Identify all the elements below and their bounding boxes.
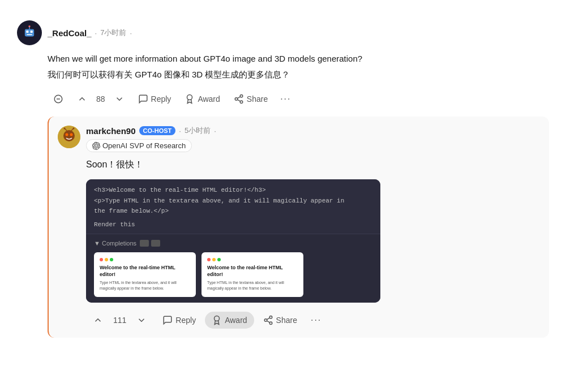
preview-card-1: Welcome to the real-time HTML editor! Ty…	[94, 252, 196, 297]
completions-bar: ▼ Completions	[94, 240, 372, 247]
reply-username: markchen90	[86, 126, 136, 136]
post-username: _RedCoal_	[48, 28, 92, 38]
preview-bottom: ▼ Completions	[86, 234, 380, 303]
openai-badge: OpenAI SVP of Research	[86, 139, 192, 152]
render-this-text: Render this	[94, 221, 372, 228]
svg-point-20	[64, 128, 66, 130]
svg-point-25	[264, 319, 267, 322]
main-post: _RedCoal_ · 7小时前 · When we will get more…	[17, 11, 549, 344]
svg-line-27	[267, 321, 269, 322]
card-dots-1	[100, 258, 190, 261]
reply-upvote-button[interactable]	[86, 312, 110, 329]
reply-separator: ·	[179, 127, 181, 135]
svg-rect-4	[27, 34, 32, 35]
completions-label: ▼ Completions	[94, 240, 136, 247]
post-separator: ·	[95, 29, 97, 37]
comp-icon-1	[140, 240, 149, 247]
svg-point-24	[269, 316, 272, 319]
svg-point-10	[240, 95, 243, 98]
post-content: When we will get more information about …	[48, 52, 549, 91]
card1-body: Type HTML in the textarea above, and it …	[100, 280, 190, 291]
screenshot-preview: <h3>Welcome to the real-time HTML editor…	[86, 179, 380, 303]
svg-rect-1	[25, 29, 34, 36]
svg-line-14	[237, 97, 240, 98]
downvote-button[interactable]	[109, 91, 130, 107]
reply-meta: markchen90 CO-HOST · 5小时前 · OpenAI SVP o…	[86, 126, 216, 152]
post-meta: _RedCoal_ · 7小时前 ·	[48, 28, 132, 38]
vote-count: 88	[94, 94, 108, 104]
svg-line-13	[237, 100, 240, 101]
dot-yellow-2	[212, 258, 216, 261]
reply-share-button[interactable]: Share	[256, 312, 304, 329]
svg-line-28	[267, 318, 269, 320]
share-button[interactable]: Share	[228, 91, 273, 107]
svg-point-17	[66, 133, 68, 136]
card2-title: Welcome to the real-time HTML editor!	[207, 265, 298, 278]
reply-header: markchen90 CO-HOST · 5小时前 · OpenAI SVP o…	[58, 126, 540, 152]
card-dots-2	[207, 258, 298, 261]
more-button[interactable]: ···	[276, 91, 295, 107]
svg-point-26	[269, 322, 272, 325]
reply-text: Soon！很快！	[86, 158, 540, 171]
post-text-cn: 我们何时可以获得有关 GPT4o 图像和 3D 模型生成的更多信息？	[48, 68, 549, 81]
svg-point-6	[28, 25, 30, 27]
dot-red-2	[207, 258, 211, 261]
reply-more-button[interactable]: ···	[306, 312, 326, 329]
reply-body: Soon！很快！ <h3>Welcome to the real-time HT…	[86, 158, 540, 329]
collapse-button[interactable]	[48, 91, 69, 107]
svg-point-18	[70, 133, 73, 136]
svg-rect-2	[26, 31, 28, 33]
award-label: Award	[198, 94, 220, 104]
preview-code: <h3>Welcome to the real-time HTML editor…	[94, 185, 372, 217]
nested-reply-label: Reply	[175, 316, 196, 325]
preview-code-area: <h3>Welcome to the real-time HTML editor…	[86, 179, 380, 234]
reply-share-label: Share	[276, 316, 297, 325]
reply-timestamp: 5小时前	[185, 126, 211, 136]
card1-title: Welcome to the real-time HTML editor!	[100, 265, 190, 278]
code-line-1: <h3>Welcome to the real-time HTML editor…	[94, 185, 372, 196]
vote-group: 88	[71, 91, 130, 107]
completions-icons	[140, 240, 160, 247]
reply-award-button[interactable]: Award	[205, 312, 254, 329]
nested-reply-button[interactable]: Reply	[156, 312, 203, 329]
svg-point-12	[240, 101, 243, 104]
dot-green	[110, 258, 113, 261]
svg-point-9	[187, 95, 192, 100]
post-timestamp: 7小时前	[100, 28, 126, 38]
reply-button[interactable]: Reply	[132, 91, 177, 107]
openai-badge-text: OpenAI SVP of Research	[102, 141, 186, 150]
post-text-en: When we will get more information about …	[48, 52, 549, 66]
reply-dot: ·	[214, 127, 216, 135]
svg-point-16	[63, 130, 75, 141]
dot-yellow	[105, 258, 108, 261]
card2-body: Type HTML in the textarea above, and it …	[207, 280, 298, 291]
dot-red	[100, 258, 103, 261]
svg-rect-3	[31, 31, 33, 33]
more-dots: ···	[280, 94, 291, 104]
preview-card-2: Welcome to the real-time HTML editor! Ty…	[201, 252, 303, 297]
reply-meta-row: markchen90 CO-HOST · 5小时前 ·	[86, 126, 216, 136]
openai-icon	[92, 142, 100, 150]
preview-cards: Welcome to the real-time HTML editor! Ty…	[94, 252, 372, 297]
comp-icon-2	[151, 240, 160, 247]
avatar	[17, 20, 42, 45]
reply-vote-count: 111	[111, 316, 128, 325]
svg-point-23	[215, 316, 220, 321]
main-action-bar: 88 Reply Award	[48, 91, 549, 107]
co-host-badge: CO-HOST	[139, 126, 176, 135]
code-line-2: <p>Type HTML in the textarea above, and …	[94, 196, 372, 206]
upvote-button[interactable]	[71, 91, 93, 107]
award-button[interactable]: Award	[179, 91, 225, 107]
reply-downvote-button[interactable]	[130, 312, 153, 329]
reply-section: markchen90 CO-HOST · 5小时前 · OpenAI SVP o…	[48, 117, 549, 338]
reply-award-label: Award	[225, 316, 247, 325]
reply-avatar	[58, 126, 80, 148]
share-label: Share	[247, 94, 268, 104]
reply-label: Reply	[151, 94, 171, 104]
reply-vote-group: 111	[86, 312, 153, 329]
code-line-3: the frame below.</p>	[94, 206, 372, 217]
reply-more-dots: ···	[311, 315, 321, 325]
dot-green-2	[217, 258, 221, 261]
svg-point-22	[73, 128, 75, 130]
openai-badge-row: OpenAI SVP of Research	[86, 139, 216, 152]
